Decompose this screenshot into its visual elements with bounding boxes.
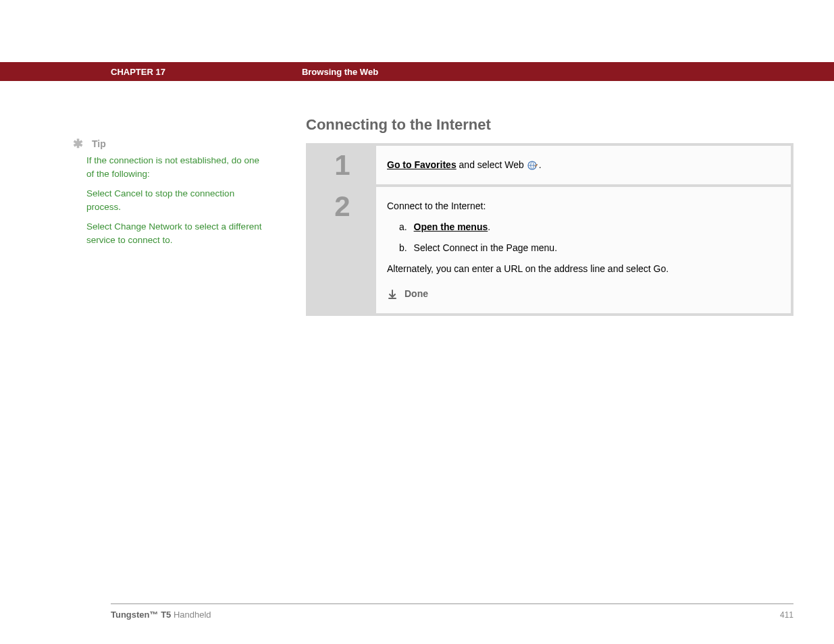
step-number-1: 1: [334, 151, 350, 180]
tip-header: ✱ Tip: [86, 136, 268, 151]
step-row: 1 Go to Favorites and select Web .: [309, 146, 791, 184]
asterisk-icon: ✱: [73, 136, 86, 151]
tip-option-1: Select Cancel to stop the connection pro…: [86, 187, 268, 213]
done-row: Done: [387, 287, 777, 301]
tip-sidebar: ✱ Tip If the connection is not establish…: [86, 116, 287, 316]
chapter-header-bar: CHAPTER 17 Browsing the Web: [0, 62, 834, 81]
sub-letter-b: b.: [399, 242, 407, 253]
sub-letter-a: a.: [399, 221, 407, 232]
product-name-bold: Tungsten™ T5: [111, 610, 171, 620]
content-area: ✱ Tip If the connection is not establish…: [0, 116, 834, 316]
tip-intro-text: If the connection is not established, do…: [86, 154, 268, 180]
go-to-favorites-link[interactable]: Go to Favorites: [387, 159, 457, 170]
done-arrow-icon: [387, 289, 398, 300]
footer-product: Tungsten™ T5 Handheld: [111, 610, 211, 620]
step-number-cell: 2: [309, 187, 376, 313]
main-content: Connecting to the Internet 1 Go to Favor…: [287, 116, 834, 316]
page-footer: Tungsten™ T5 Handheld 411: [111, 603, 793, 620]
web-globe-icon: [527, 160, 539, 171]
open-menus-link[interactable]: Open the menus: [414, 221, 488, 232]
chapter-label: CHAPTER 17: [111, 67, 165, 77]
page-number: 411: [780, 610, 793, 620]
sub-b-text: Select Connect in the Page menu.: [414, 242, 557, 253]
chapter-title: Browsing the Web: [302, 67, 378, 77]
sub-list: a. Open the menus. b. Select Connect in …: [387, 220, 777, 255]
step-2-intro: Connect to the Internet:: [387, 199, 777, 213]
steps-container: 1 Go to Favorites and select Web . 2 Con…: [306, 143, 793, 316]
sub-a-period: .: [488, 221, 490, 232]
product-name-rest: Handheld: [171, 610, 211, 620]
tip-option-2: Select Change Network to select a differ…: [86, 220, 268, 246]
step-1-text: and select Web: [457, 159, 527, 170]
step-row: 2 Connect to the Internet: a. Open the m…: [309, 187, 791, 313]
tip-label: Tip: [92, 138, 106, 149]
done-label: Done: [405, 287, 428, 301]
alternate-text: Alternately, you can enter a URL on the …: [387, 262, 777, 276]
sub-item-b: b. Select Connect in the Page menu.: [399, 241, 777, 255]
step-body-2: Connect to the Internet: a. Open the men…: [376, 187, 791, 313]
section-title: Connecting to the Internet: [306, 116, 793, 134]
step-number-2: 2: [334, 192, 350, 221]
step-number-cell: 1: [309, 146, 376, 184]
sub-item-a: a. Open the menus.: [399, 220, 777, 234]
step-1-period: .: [539, 159, 542, 170]
step-body-1: Go to Favorites and select Web .: [376, 146, 791, 184]
